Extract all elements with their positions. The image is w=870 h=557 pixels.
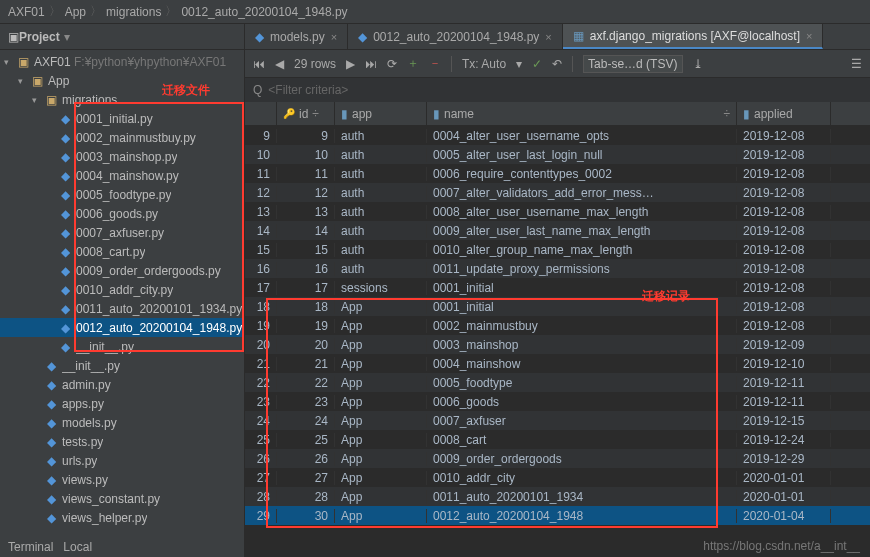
cell-app[interactable]: App (335, 319, 427, 333)
tree-item[interactable]: ◆0001_initial.py (0, 109, 244, 128)
remove-row-icon[interactable]: － (429, 55, 441, 72)
cell-applied[interactable]: 2019-12-29 (737, 452, 831, 466)
cell-applied[interactable]: 2020-01-01 (737, 490, 831, 504)
breadcrumb[interactable]: AXF01〉 App〉 migrations〉 0012_auto_202001… (8, 3, 348, 20)
column-header-applied[interactable]: ▮applied (737, 102, 831, 125)
settings-icon[interactable]: ☰ (851, 57, 862, 71)
tree-item[interactable]: ◆0004_mainshow.py (0, 166, 244, 185)
cell-app[interactable]: App (335, 471, 427, 485)
cell-app[interactable]: sessions (335, 281, 427, 295)
cell-applied[interactable]: 2020-01-04 (737, 509, 831, 523)
cell-app[interactable]: App (335, 300, 427, 314)
cell-id[interactable]: 26 (277, 452, 335, 466)
cell-id[interactable]: 18 (277, 300, 335, 314)
cell-name[interactable]: 0007_alter_validators_add_error_mess… (427, 186, 737, 200)
table-row[interactable]: 1515auth0010_alter_group_name_max_length… (245, 240, 870, 259)
cell-app[interactable]: auth (335, 262, 427, 276)
cell-name[interactable]: 0004_alter_user_username_opts (427, 129, 737, 143)
cell-name[interactable]: 0010_addr_city (427, 471, 737, 485)
cell-applied[interactable]: 2019-12-08 (737, 262, 831, 276)
export-format-input[interactable] (583, 55, 683, 73)
tree-item[interactable]: ◆0009_order_ordergoods.py (0, 261, 244, 280)
table-row[interactable]: 2222App0005_foodtype2019-12-11 (245, 373, 870, 392)
cell-app[interactable]: auth (335, 205, 427, 219)
table-row[interactable]: 2930App0012_auto_20200104_19482020-01-04 (245, 506, 870, 525)
cell-name[interactable]: 0001_initial (427, 281, 737, 295)
tree-item[interactable]: ◆__init__.py (0, 356, 244, 375)
cell-applied[interactable]: 2019-12-08 (737, 281, 831, 295)
editor-tabs[interactable]: ◆models.py×◆0012_auto_20200104_1948.py×▦… (245, 24, 870, 50)
cell-id[interactable]: 19 (277, 319, 335, 333)
cell-id[interactable]: 13 (277, 205, 335, 219)
cell-name[interactable]: 0005_alter_user_last_login_null (427, 148, 737, 162)
cell-applied[interactable]: 2019-12-08 (737, 186, 831, 200)
cell-id[interactable]: 17 (277, 281, 335, 295)
bottom-tool-tabs[interactable]: Terminal Local (0, 537, 100, 557)
cell-app[interactable]: App (335, 414, 427, 428)
table-row[interactable]: 1010auth0005_alter_user_last_login_null2… (245, 145, 870, 164)
cell-id[interactable]: 12 (277, 186, 335, 200)
chevron-down-icon[interactable]: ▾ (516, 57, 522, 71)
cell-id[interactable]: 9 (277, 129, 335, 143)
cell-app[interactable]: App (335, 357, 427, 371)
breadcrumb-item[interactable]: migrations (106, 5, 161, 19)
breadcrumb-item[interactable]: 0012_auto_20200104_1948.py (181, 5, 347, 19)
cell-app[interactable]: auth (335, 129, 427, 143)
cell-applied[interactable]: 2019-12-08 (737, 129, 831, 143)
breadcrumb-item[interactable]: App (65, 5, 86, 19)
commit-icon[interactable]: ✓ (532, 57, 542, 71)
tree-item[interactable]: ◆0007_axfuser.py (0, 223, 244, 242)
tree-item[interactable]: ▾▣migrations (0, 90, 244, 109)
cell-name[interactable]: 0006_goods (427, 395, 737, 409)
table-row[interactable]: 2020App0003_mainshop2019-12-09 (245, 335, 870, 354)
tx-label[interactable]: Tx: Auto (462, 57, 506, 71)
editor-tab[interactable]: ▦axf.django_migrations [AXF@localhost]× (563, 24, 824, 49)
table-row[interactable]: 1616auth0011_update_proxy_permissions201… (245, 259, 870, 278)
cell-app[interactable]: App (335, 509, 427, 523)
cell-app[interactable]: auth (335, 243, 427, 257)
nav-last-icon[interactable]: ⏭ (365, 57, 377, 71)
export-icon[interactable]: ⤓ (693, 57, 703, 71)
tree-item[interactable]: ◆admin.py (0, 375, 244, 394)
cell-id[interactable]: 10 (277, 148, 335, 162)
table-row[interactable]: 2626App0009_order_ordergoods2019-12-29 (245, 449, 870, 468)
table-row[interactable]: 1919App0002_mainmustbuy2019-12-08 (245, 316, 870, 335)
cell-applied[interactable]: 2019-12-11 (737, 376, 831, 390)
cell-applied[interactable]: 2019-12-09 (737, 338, 831, 352)
chevron-down-icon[interactable]: ▾ (64, 30, 70, 44)
table-row[interactable]: 2424App0007_axfuser2019-12-15 (245, 411, 870, 430)
cell-id[interactable]: 28 (277, 490, 335, 504)
editor-tab[interactable]: ◆models.py× (245, 24, 348, 49)
nav-prev-icon[interactable]: ◀ (275, 57, 284, 71)
cell-id[interactable]: 22 (277, 376, 335, 390)
data-grid[interactable]: 🔑id÷ ▮app ▮name÷ ▮applied 99auth0004_alt… (245, 102, 870, 557)
tree-item[interactable]: ◆models.py (0, 413, 244, 432)
cell-id[interactable]: 20 (277, 338, 335, 352)
cell-name[interactable]: 0001_initial (427, 300, 737, 314)
cell-name[interactable]: 0004_mainshow (427, 357, 737, 371)
tab-local[interactable]: Local (63, 540, 92, 554)
table-row[interactable]: 2727App0010_addr_city2020-01-01 (245, 468, 870, 487)
cell-app[interactable]: auth (335, 186, 427, 200)
tree-item[interactable]: ◆0003_mainshop.py (0, 147, 244, 166)
cell-applied[interactable]: 2019-12-11 (737, 395, 831, 409)
cell-id[interactable]: 16 (277, 262, 335, 276)
cell-applied[interactable]: 2019-12-08 (737, 300, 831, 314)
nav-next-icon[interactable]: ▶ (346, 57, 355, 71)
tree-item[interactable]: ◆0011_auto_20200101_1934.py (0, 299, 244, 318)
add-row-icon[interactable]: ＋ (407, 55, 419, 72)
table-row[interactable]: 2828App0011_auto_20200101_19342020-01-01 (245, 487, 870, 506)
tree-item[interactable]: ◆0012_auto_20200104_1948.py (0, 318, 244, 337)
cell-app[interactable]: App (335, 376, 427, 390)
cell-name[interactable]: 0008_alter_user_username_max_length (427, 205, 737, 219)
cell-applied[interactable]: 2020-01-01 (737, 471, 831, 485)
cell-name[interactable]: 0011_auto_20200101_1934 (427, 490, 737, 504)
cell-app[interactable]: App (335, 395, 427, 409)
tree-item[interactable]: ◆urls.py (0, 451, 244, 470)
table-row[interactable]: 1212auth0007_alter_validators_add_error_… (245, 183, 870, 202)
cell-id[interactable]: 27 (277, 471, 335, 485)
cell-name[interactable]: 0010_alter_group_name_max_length (427, 243, 737, 257)
tree-item[interactable]: ▾▣AXF01 F:¥python¥yhpython¥AXF01 (0, 52, 244, 71)
close-icon[interactable]: × (331, 31, 337, 43)
close-icon[interactable]: × (545, 31, 551, 43)
